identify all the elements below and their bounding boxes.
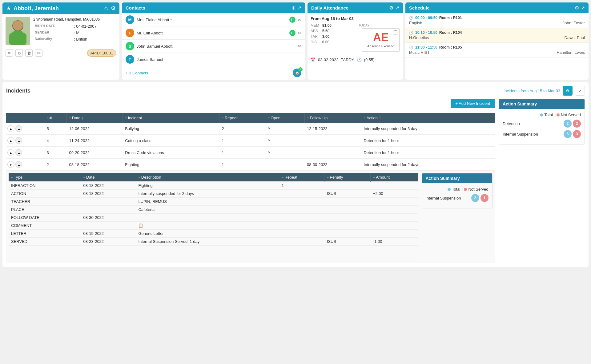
summary-label-detention: Detention — [503, 121, 520, 126]
legend-dot-total-main — [540, 113, 543, 117]
expand-btn-3[interactable] — [7, 149, 14, 156]
action-summary-title: Action Summary — [499, 99, 585, 109]
incident-type-1: Bullying — [123, 123, 219, 135]
detail-col-penalty[interactable]: ≡Penalty — [324, 173, 371, 182]
block-icon[interactable]: ⊘ — [15, 49, 23, 57]
incident-row-1: 5 12-06-2022 Bullying 2 Y 12-15-2022 Int… — [6, 123, 495, 135]
abs-value: 5.50 — [322, 29, 329, 33]
detail-col-description[interactable]: ≡Description — [136, 173, 279, 182]
detail-penalty-8: ISUS — [324, 238, 371, 246]
badge-total-detention: 2 — [564, 120, 572, 128]
detail-row-empty-2 — [9, 253, 418, 260]
incidents-settings-button[interactable]: ⚙ — [563, 86, 573, 96]
menu-btn-3[interactable] — [15, 149, 22, 156]
contact-item-1: M Mrs. Elaine Abbott * H ✉ — [122, 13, 305, 26]
detail-type-7: LETTER — [9, 230, 81, 238]
clock-icon: 🕐 — [357, 57, 362, 62]
incident-date-1: 12-06-2022 — [66, 123, 123, 135]
legend-notserved: Not Served — [557, 113, 581, 117]
more-contacts[interactable]: + 3 Contacts 🏠 4 — [122, 66, 305, 80]
contacts-card: Contacts ⊕ ↗ M Mrs. Elaine Abbott * H ✉ … — [122, 2, 305, 80]
contact-mail-1[interactable]: ✉ — [298, 18, 301, 22]
incident-date-3: 09-20-2022 — [66, 147, 123, 159]
legend-total-main-label: Total — [544, 113, 553, 117]
incident-action-1: Internally suspended for 3 day — [361, 123, 495, 135]
schedule-external-link[interactable]: ↗ — [581, 5, 585, 11]
incident-action-3: Detention for 1 hour — [361, 147, 495, 159]
schedule-teacher-2: Dawn, Paul — [565, 35, 585, 40]
col-open[interactable]: ≡Open — [265, 113, 304, 123]
schedule-room-3: Room : R105 — [439, 45, 462, 49]
col-repeat[interactable]: ≡Repeat — [219, 113, 265, 123]
incidents-external-link[interactable]: ↗ — [575, 86, 585, 96]
detail-date-1: 08-18-2022 — [81, 182, 136, 190]
expand-btn-1[interactable] — [7, 125, 14, 132]
detail-type-5: FOLLOW DATE — [9, 214, 81, 222]
detail-desc-6: 📋 — [136, 222, 279, 230]
detail-type-4: PLACE — [9, 206, 81, 214]
attendance-stats: MEM 81.00 ABS 5.50 TAR 3.00 DIS — [311, 23, 355, 52]
schedule-settings[interactable]: ⚙ — [575, 5, 579, 11]
legend-total: Total — [540, 113, 553, 117]
detail-col-type[interactable]: ≡Type — [9, 173, 81, 182]
detail-date-4 — [81, 206, 136, 214]
inline-action-summary-title: Action Summary — [422, 173, 492, 183]
detail-type-6: COMMENT — [9, 222, 81, 230]
menu-btn-1[interactable] — [15, 125, 22, 132]
contact-name-4: James Samuel — [137, 57, 301, 62]
ae-code: AE — [367, 32, 394, 43]
contact-avatar-3: S — [126, 42, 134, 50]
col-incident[interactable]: ≡Incident — [123, 113, 219, 123]
add-contact-button[interactable]: ⊕ — [291, 5, 296, 11]
attendance-external-link[interactable]: ↗ — [395, 5, 399, 11]
detail-date-7: 08-19-2022 — [81, 230, 136, 238]
detail-col-repeat[interactable]: ≡Repeat — [279, 173, 324, 182]
detail-amount-6 — [371, 222, 418, 230]
expand-btn-4[interactable] — [7, 161, 14, 168]
contact-mail-2[interactable]: ✉ — [298, 31, 301, 35]
nationality-label: Nationality — [34, 36, 72, 42]
incident-num-3: 3 — [44, 147, 67, 159]
incidents-header: Incidents Incidents from Aug 15 to Mar 0… — [6, 86, 585, 96]
attendance-settings[interactable]: ⚙ — [389, 5, 393, 11]
col-num[interactable]: ≡# — [44, 113, 67, 123]
action-summary-panel: Action Summary Total Not Served — [499, 99, 585, 263]
add-incident-button[interactable]: + Add New Incident — [451, 99, 495, 108]
incident-repeat-4: 1 — [219, 159, 265, 171]
detail-col-amount[interactable]: ≡Amount — [371, 173, 418, 182]
incidents-date-range: Incidents from Aug 15 to Mar 03 — [504, 89, 560, 93]
legend-notserved-main-label: Not Served — [561, 113, 581, 117]
detail-penalty-5 — [324, 214, 371, 222]
footer-date: 03-02-2022 — [318, 57, 339, 62]
contacts-external-link[interactable]: ↗ — [297, 5, 301, 11]
summary-row-detention: Detention 2 2 — [503, 120, 581, 128]
detail-row-teacher: TEACHER LUPIN, REMUS — [9, 198, 418, 206]
incident-open-1: Y — [265, 123, 304, 135]
incidents-table: ≡# ≡Date ↓ ≡Incident ≡Repeat ≡Open ≡Foll… — [6, 113, 495, 263]
attendance-date-range: From Aug 15 to Mar 03 — [311, 16, 400, 21]
col-followup[interactable]: ≡Follow Up — [304, 113, 361, 123]
detail-col-date[interactable]: ≡Date — [81, 173, 136, 182]
detail-amount-1 — [371, 182, 418, 190]
settings-icon[interactable]: ⚙ — [111, 5, 116, 12]
delete-icon[interactable]: 🗑 — [25, 49, 33, 57]
birth-date-label: BIRTH DATE — [34, 23, 72, 29]
edit-icon[interactable]: ✏ — [6, 49, 13, 57]
ae-box: 📋 AE Absence Excused — [362, 28, 400, 52]
menu-btn-4[interactable] — [15, 161, 22, 168]
col-action1[interactable]: ≡Action 1 — [361, 113, 495, 123]
attendance-title: Daily Attendance — [311, 5, 387, 10]
contact-item-4: T James Samuel — [122, 53, 305, 66]
schedule-time-2: 10:10 - 10:50 — [415, 30, 437, 35]
more-count: 4 — [298, 67, 303, 72]
contact-mail-3[interactable]: ✉ — [298, 44, 301, 49]
expand-btn-2[interactable] — [7, 137, 14, 144]
schedule-teacher-1: John, Foster — [563, 21, 585, 25]
incidents-table-section: + Add New Incident ≡# ≡Date ↓ ≡Incident … — [6, 99, 495, 263]
menu-btn-2[interactable] — [15, 137, 22, 144]
ae-description: Absence Excused — [367, 44, 394, 48]
tar-label: TAR — [311, 34, 320, 39]
mail-icon[interactable]: ✉ — [35, 49, 42, 57]
tar-value: 3.00 — [322, 34, 329, 39]
col-date[interactable]: ≡Date ↓ — [66, 113, 123, 123]
